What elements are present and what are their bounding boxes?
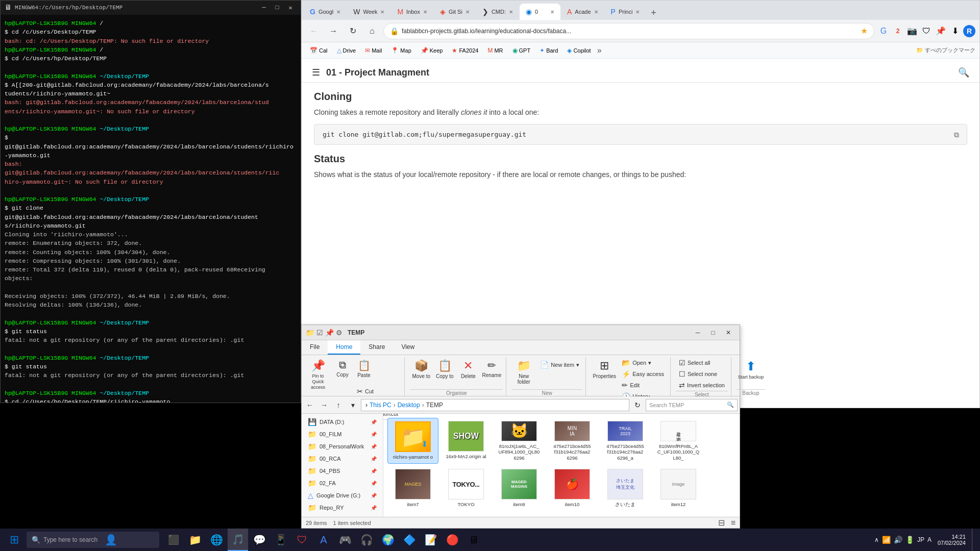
taskbar-chrome-icon[interactable]: 🔴	[442, 529, 462, 551]
file-item12[interactable]: image item12	[653, 466, 704, 512]
tray-ime-icon[interactable]: JP	[917, 536, 924, 543]
edit-button[interactable]: ✏ Edit	[619, 380, 667, 391]
ext-security[interactable]: 🛡	[920, 25, 933, 37]
taskbar-app4-icon[interactable]: 🎧	[356, 529, 377, 551]
tab-close-inbox[interactable]: ✕	[423, 9, 427, 15]
new-item-button[interactable]: 📄 New item ▾	[537, 359, 582, 370]
easy-access-button[interactable]: ⚡ Easy access	[619, 368, 667, 380]
view-toggle-icon[interactable]: ⊟	[718, 518, 725, 528]
tab-close-princi[interactable]: ✕	[635, 9, 640, 15]
start-button[interactable]: ⊞	[4, 529, 24, 551]
file-81rojxj[interactable]: 🐱 81roJXj1w6L_AC_ UF894,1000_QL80 6296	[494, 418, 545, 464]
delete-button[interactable]: ✕ Delete	[457, 357, 479, 388]
terminal-maximize[interactable]: □	[271, 3, 283, 13]
browser-tab-cmd[interactable]: ❯ CMD: ✕	[476, 4, 519, 20]
rename-button[interactable]: ✏ Rename	[480, 357, 503, 388]
bookmarks-folder[interactable]: 📁 すべのブックマーク	[916, 46, 975, 54]
tray-arrow[interactable]: ∧	[874, 536, 879, 543]
paste-button[interactable]: 📋 Paste	[354, 357, 374, 386]
fe-close[interactable]: ✕	[721, 327, 736, 339]
sidebar-item-data-d[interactable]: 💾 DATA (D:) 📌	[302, 416, 383, 428]
new-folder-button[interactable]: 📁 New folder	[511, 357, 536, 388]
show-desktop-button[interactable]	[972, 529, 976, 551]
bookmark-mr[interactable]: M MR	[483, 46, 507, 55]
pin-to-quick-access-button[interactable]: 📌 Pin to Quickaccess	[305, 357, 331, 388]
copy-code-button[interactable]: ⧉	[950, 129, 963, 141]
tab-close-cmd[interactable]: ✕	[509, 9, 513, 15]
file-saitama[interactable]: さいたま埼玉文化 さいたま	[600, 466, 651, 512]
select-none-button[interactable]: ☐ Select none	[676, 368, 728, 380]
properties-button[interactable]: ⊞ Properties	[591, 357, 618, 388]
tray-battery-icon[interactable]: 🔋	[905, 536, 914, 544]
sidebar-item-repo-ry[interactable]: 📁 Repo_RY 📌	[302, 502, 383, 514]
tab-close-gitsi[interactable]: ✕	[465, 9, 470, 15]
taskbar-browser-icon[interactable]: 🌍	[378, 529, 398, 551]
select-all-button[interactable]: ☑ Select all	[676, 357, 728, 368]
ext-download[interactable]: ⬇	[949, 25, 961, 37]
reload-button[interactable]: ↻	[345, 23, 361, 39]
file-475e-second[interactable]: TRAIL2023 475e271bce4d55 f31b194c276aa2 …	[600, 418, 651, 464]
taskbar-spotify-icon[interactable]: 🎵	[228, 529, 248, 551]
bookmark-bard[interactable]: ✦ Bard	[535, 46, 562, 55]
sidebar-item-04-pbs[interactable]: 📁 04_PBS 📌	[302, 465, 383, 477]
taskbar-multitask-icon[interactable]: ⬛	[163, 529, 184, 551]
fe-maximize[interactable]: □	[706, 327, 720, 339]
browser-tab-week[interactable]: W Week ✕	[347, 4, 390, 20]
sidebar-item-00-film[interactable]: 📁 00_FILM 📌	[302, 428, 383, 440]
file-16x9-ma2[interactable]: SHOW 16x9-MA2.origin al	[440, 418, 492, 464]
taskbar-clock[interactable]: 14:21 07/02/2024	[934, 534, 970, 546]
ext-bookmark-manager[interactable]: 📌	[935, 25, 947, 37]
invert-selection-button[interactable]: ⇄ Invert selection	[676, 380, 728, 391]
bookmark-gpt[interactable]: ◉ GPT	[508, 46, 535, 55]
file-row2-1[interactable]: MAGES item7	[387, 466, 438, 512]
back-button[interactable]: ←	[306, 23, 322, 39]
tab-close-acade[interactable]: ✕	[594, 9, 598, 15]
taskbar-whatsapp-icon[interactable]: 📱	[271, 529, 291, 551]
fe-nav-refresh[interactable]: ↻	[631, 399, 644, 411]
ribbon-tab-share[interactable]: Share	[360, 340, 393, 355]
browser-tab-googl[interactable]: G Googl ✕	[304, 4, 347, 20]
view-list-icon[interactable]: ≡	[731, 518, 736, 528]
fe-recent-btn[interactable]: ▾	[347, 399, 359, 411]
bookmark-drive[interactable]: △ Drive	[333, 46, 360, 55]
taskbar-mingw-icon[interactable]: 🖥	[463, 529, 484, 551]
menu-icon[interactable]: ☰	[312, 67, 320, 78]
ext-camera[interactable]: 📷	[906, 25, 918, 37]
terminal-close[interactable]: ✕	[284, 3, 297, 13]
browser-tab-princi[interactable]: P Princi ✕	[605, 4, 646, 20]
taskbar-app3-icon[interactable]: 🎮	[335, 529, 355, 551]
bookmark-mail[interactable]: ✉ Mail	[361, 46, 386, 55]
browser-tab-gitsi[interactable]: ◈ Git Si ✕	[434, 4, 476, 20]
cut-button[interactable]: ✂ Cut	[354, 386, 401, 397]
file-tokyo[interactable]: TOKYO... TOKYO	[440, 466, 492, 512]
new-tab-button[interactable]: +	[646, 6, 660, 20]
bookmark-keep[interactable]: 📌 Keep	[416, 46, 447, 55]
taskbar-explorer-icon[interactable]: 📁	[185, 529, 205, 551]
bookmark-copilot[interactable]: ◈ Copilot	[563, 46, 595, 55]
tray-ime-mode[interactable]: A	[927, 536, 932, 543]
browser-tab-acade[interactable]: A Acade ✕	[561, 4, 604, 20]
bookmark-cal[interactable]: 📅 Cal	[306, 46, 332, 55]
tab-close-active[interactable]: ✕	[550, 9, 554, 15]
taskbar-app1-icon[interactable]: 🛡	[292, 529, 312, 551]
bookmark-fa2024[interactable]: ★ FA2024	[448, 46, 482, 55]
open-button[interactable]: 📂 Open ▾	[619, 357, 667, 368]
browser-tab-inbox[interactable]: M Inbox ✕	[391, 4, 433, 20]
ribbon-tab-view[interactable]: View	[393, 340, 423, 355]
start-backup-button[interactable]: ⬆ Start backup	[737, 357, 765, 388]
file-475e-first[interactable]: MINIA 475e271bce4d55 f31b194c276aa2 6296	[547, 418, 598, 464]
ribbon-tab-home[interactable]: Home	[328, 340, 360, 355]
copy-button[interactable]: ⧉ Copy	[332, 357, 353, 386]
sidebar-item-02-fa[interactable]: 📁 02_FA 📌	[302, 477, 383, 489]
taskbar-app2-icon[interactable]: A	[313, 529, 334, 551]
copy-to-button[interactable]: 📋 Copy to	[433, 357, 456, 388]
fe-search[interactable]: Search TEMP 🔍	[646, 399, 738, 411]
tray-volume-icon[interactable]: 🔊	[894, 536, 902, 544]
taskbar-blender-icon[interactable]: 🔷	[399, 529, 420, 551]
fe-minimize[interactable]: ─	[691, 327, 705, 339]
taskbar-vscode-icon[interactable]: 📝	[421, 529, 441, 551]
taskbar-line-icon[interactable]: 💬	[249, 529, 270, 551]
sidebar-item-00-rca[interactable]: 📁 00_RCA 📌	[302, 453, 383, 465]
tab-close-googl[interactable]: ✕	[336, 9, 340, 15]
file-riichiro-yamamoto[interactable]: 📁 ⬇ riichiro-yamamot o	[387, 418, 438, 464]
